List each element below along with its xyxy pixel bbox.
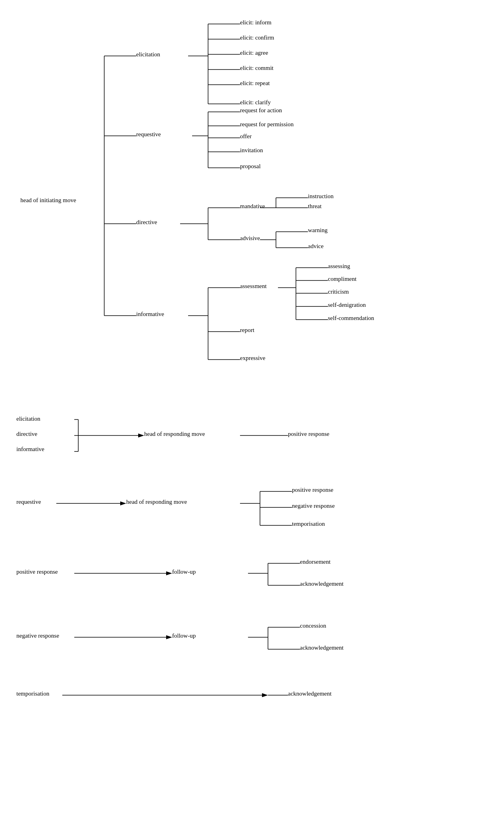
source-temporisation: temporisation bbox=[16, 690, 50, 697]
source-negative-response: negative response bbox=[16, 632, 59, 639]
elicit-agree: elicit: agree bbox=[240, 50, 268, 56]
endorsement-node: endorsement bbox=[300, 559, 331, 565]
elicit-inform: elicit: inform bbox=[240, 19, 272, 26]
svg-marker-66 bbox=[166, 635, 172, 639]
head-responding-1: head of responding move bbox=[144, 431, 205, 437]
elicitation-node: elicitation bbox=[136, 51, 160, 58]
warning-node: warning bbox=[308, 227, 327, 234]
request-for-permission: request for permission bbox=[240, 121, 294, 128]
elicit-confirm: elicit: confirm bbox=[240, 34, 274, 41]
mandative-node: mandative bbox=[240, 203, 265, 210]
request-for-action: request for action bbox=[240, 107, 282, 114]
elicit-commit: elicit: commit bbox=[240, 65, 274, 72]
source-informative: informative bbox=[16, 446, 44, 453]
concession-node: concession bbox=[300, 622, 326, 629]
initiating-move-tree: head of initiating move elicitation requ… bbox=[16, 12, 488, 392]
invitation-node: invitation bbox=[240, 147, 263, 154]
acknowledgement-3: acknowledgement bbox=[288, 690, 331, 697]
compliment-node: compliment bbox=[328, 276, 357, 282]
elicit-clarify: elicit: clarify bbox=[240, 99, 271, 106]
root-node: head of initiating move bbox=[20, 197, 76, 204]
source-directive: directive bbox=[16, 431, 37, 437]
advice-node: advice bbox=[308, 243, 323, 250]
acknowledgement-2: acknowledgement bbox=[300, 644, 343, 651]
positive-response-1: positive response bbox=[288, 431, 329, 437]
temporisation-tree: temporisation acknowledgement bbox=[16, 683, 488, 707]
svg-marker-49 bbox=[138, 433, 144, 437]
instruction-node: instruction bbox=[308, 193, 333, 200]
self-commendation-node: self-commendation bbox=[328, 315, 374, 322]
responding-move-tree1: elicitation directive informative head o… bbox=[16, 416, 488, 463]
positive-response-2: positive response bbox=[292, 487, 333, 493]
criticism-node: criticism bbox=[328, 288, 349, 295]
negative-response-2: negative response bbox=[292, 503, 335, 509]
head-responding-2: head of responding move bbox=[126, 499, 187, 505]
source-requestive: requestive bbox=[16, 499, 41, 505]
follow-up-tree1: positive response follow-up endorsement … bbox=[16, 555, 488, 599]
report-node: report bbox=[240, 327, 254, 334]
acknowledgement-1: acknowledgement bbox=[300, 581, 343, 587]
expressive-node: expressive bbox=[240, 355, 265, 362]
assessing-node: assessing bbox=[328, 263, 350, 270]
svg-marker-72 bbox=[262, 693, 268, 697]
main-diagram: head of initiating move elicitation requ… bbox=[16, 12, 488, 707]
follow-up-tree2: negative response follow-up concession a… bbox=[16, 619, 488, 663]
advisive-node: advisive bbox=[240, 235, 260, 242]
source-positive-response: positive response bbox=[16, 569, 58, 575]
assessment-node: assessment bbox=[240, 283, 267, 290]
source-elicitation: elicitation bbox=[16, 416, 40, 422]
proposal-node: proposal bbox=[240, 163, 261, 170]
svg-marker-53 bbox=[120, 501, 126, 505]
requestive-node: requestive bbox=[136, 131, 161, 138]
threat-node: threat bbox=[308, 203, 321, 210]
svg-marker-60 bbox=[166, 571, 172, 575]
informative-node: informative bbox=[136, 311, 164, 318]
follow-up-1: follow-up bbox=[172, 569, 196, 575]
responding-move-tree2: requestive head of responding move posit… bbox=[16, 483, 488, 535]
offer-node: offer bbox=[240, 133, 252, 140]
self-denigration-node: self-denigration bbox=[328, 302, 366, 308]
temporisation-2: temporisation bbox=[292, 521, 325, 527]
follow-up-2: follow-up bbox=[172, 632, 196, 639]
elicit-repeat: elicit: repeat bbox=[240, 80, 270, 87]
directive-node: directive bbox=[136, 219, 157, 226]
